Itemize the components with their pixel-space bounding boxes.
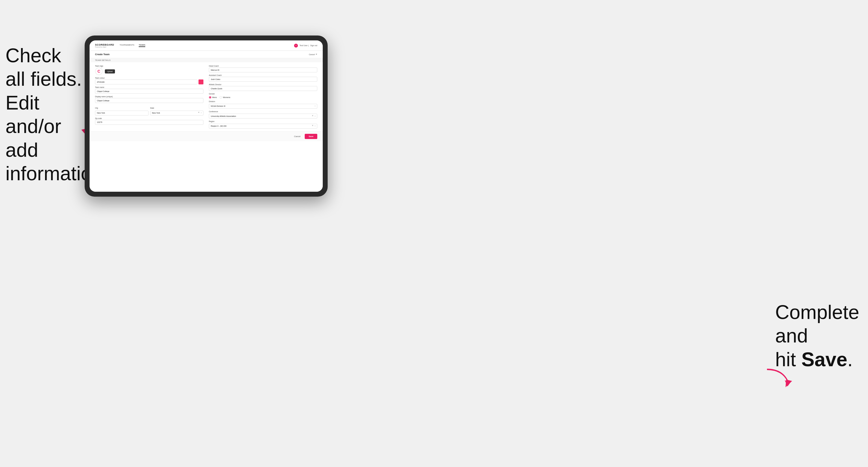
gender-womens-radio[interactable] xyxy=(219,96,222,99)
form-footer: Cancel Save xyxy=(90,131,323,141)
conference-clear-icon[interactable]: ✕ xyxy=(312,115,313,117)
main-content: Create Team Cancel ✕ TEAM DETAILS Team l… xyxy=(90,51,323,192)
state-group: State New York ✕ ⌄ xyxy=(150,105,204,116)
state-clear-icon[interactable]: ✕ xyxy=(198,112,199,114)
nav-right: T Test User | Sign out xyxy=(294,44,317,48)
svg-marker-1 xyxy=(785,380,792,387)
display-name-input[interactable] xyxy=(95,98,204,103)
display-name-group: Display name (unique) xyxy=(95,96,204,103)
region-label: Region xyxy=(209,120,317,122)
team-colour-group: Team colour xyxy=(95,77,204,84)
cancel-header-button[interactable]: Cancel ✕ xyxy=(309,53,317,56)
state-select[interactable]: New York xyxy=(150,111,204,116)
gender-group: Gender Mens Womens xyxy=(209,93,317,99)
gender-label: Gender xyxy=(209,93,317,95)
division-select-wrapper: NCAA Division III ⌄ xyxy=(209,103,317,109)
city-state-group: City State New York ✕ ⌄ xyxy=(95,105,204,116)
athletic-director-input[interactable] xyxy=(209,86,317,91)
zip-input[interactable] xyxy=(95,120,204,125)
save-button[interactable]: Save xyxy=(305,134,317,139)
state-select-wrapper: New York ✕ ⌄ xyxy=(150,110,204,116)
team-name-label: Team name xyxy=(95,86,204,88)
logo-text: SCOREBOARD xyxy=(95,43,114,46)
city-input[interactable] xyxy=(95,111,149,116)
athletic-director-group: Athletic Director xyxy=(209,84,317,91)
zip-code-group: Zip code xyxy=(95,118,204,125)
nav-links: TOURNAMENTS TEAMS xyxy=(120,44,294,47)
gender-mens-radio[interactable] xyxy=(209,96,211,99)
zip-label: Zip code xyxy=(95,118,204,119)
annotation-right: Complete and hit Save. xyxy=(775,301,863,371)
user-label: Test User | xyxy=(300,44,309,46)
division-select[interactable]: NCAA Division III xyxy=(209,104,317,109)
avatar: T xyxy=(294,44,298,48)
tablet-screen: SCOREBOARD Powered by clippd TOURNAMENTS… xyxy=(90,40,323,192)
annotation-right-period: . xyxy=(847,348,853,370)
head-coach-label: Head Coach xyxy=(209,65,317,67)
city-label: City xyxy=(95,107,98,109)
conference-select[interactable]: University Athletic Association xyxy=(209,114,317,119)
close-icon: ✕ xyxy=(316,53,317,56)
gender-radio-group: Mens Womens xyxy=(209,96,317,99)
region-clear-icon[interactable]: ✕ xyxy=(312,125,313,127)
assistant-coach-input[interactable] xyxy=(209,77,317,82)
team-name-input[interactable] xyxy=(95,89,204,94)
nav-tournaments[interactable]: TOURNAMENTS xyxy=(120,44,134,47)
logo-upload-area: C Upload xyxy=(95,67,204,75)
nav-teams[interactable]: TEAMS xyxy=(139,44,145,47)
colour-swatch[interactable] xyxy=(198,80,204,84)
create-team-header: Create Team Cancel ✕ xyxy=(90,51,323,58)
team-logo-group: Team logo C Upload xyxy=(95,65,204,75)
region-select-wrapper: Region II - (M) DIII ✕ ⌄ xyxy=(209,123,317,129)
region-group: Region Region II - (M) DIII ✕ ⌄ xyxy=(209,120,317,129)
annotation-right-bold: Save xyxy=(801,348,847,370)
annotation-left: Check all fields. Edit and/or add inform… xyxy=(5,44,85,185)
team-colour-label: Team colour xyxy=(95,77,204,79)
team-logo-label: Team logo xyxy=(95,65,204,67)
gender-mens-label[interactable]: Mens xyxy=(209,96,217,99)
assistant-coach-label: Assistant Coach xyxy=(209,74,317,76)
form-left-column: Team logo C Upload Team colour xyxy=(95,65,204,129)
logo-area: SCOREBOARD Powered by clippd xyxy=(95,43,114,48)
annotation-right-line1: Complete and xyxy=(775,301,859,347)
state-label: State xyxy=(150,107,154,109)
region-select[interactable]: Region II - (M) DIII xyxy=(209,124,317,129)
team-logo-circle: C xyxy=(95,67,103,75)
logo-sub: Powered by clippd xyxy=(95,46,114,48)
team-name-group: Team name xyxy=(95,86,204,94)
section-header: TEAM DETAILS xyxy=(90,58,323,62)
conference-select-wrapper: University Athletic Association ✕ ⌄ xyxy=(209,113,317,119)
upload-button[interactable]: Upload xyxy=(105,69,115,73)
annotation-left-line2: Edit and/or add xyxy=(5,92,61,161)
colour-input-wrapper xyxy=(95,80,204,84)
conference-group: Conference University Athletic Associati… xyxy=(209,111,317,119)
tablet-frame: SCOREBOARD Powered by clippd TOURNAMENTS… xyxy=(85,35,328,197)
annotation-left-line1: Check all fields. xyxy=(5,44,82,90)
city-group: City xyxy=(95,105,149,116)
head-coach-group: Head Coach xyxy=(209,65,317,72)
city-state-row: City State New York ✕ ⌄ xyxy=(95,105,204,116)
display-name-label: Display name (unique) xyxy=(95,96,204,97)
conference-label: Conference xyxy=(209,111,317,113)
athletic-director-label: Athletic Director xyxy=(209,84,317,86)
head-coach-input[interactable] xyxy=(209,67,317,72)
create-team-title: Create Team xyxy=(95,53,110,56)
team-colour-input[interactable] xyxy=(95,80,197,84)
gender-womens-label[interactable]: Womens xyxy=(219,96,230,99)
form-right-column: Head Coach Assistant Coach Athletic Dire… xyxy=(209,65,317,129)
form-body: Team logo C Upload Team colour xyxy=(90,62,323,131)
division-group: Division NCAA Division III ⌄ xyxy=(209,100,317,109)
sign-out-link[interactable]: Sign out xyxy=(310,44,317,46)
assistant-coach-group: Assistant Coach xyxy=(209,74,317,82)
navbar: SCOREBOARD Powered by clippd TOURNAMENTS… xyxy=(90,40,323,51)
arrow-right-icon xyxy=(762,366,794,391)
cancel-footer-button[interactable]: Cancel xyxy=(292,134,303,139)
division-label: Division xyxy=(209,100,317,102)
